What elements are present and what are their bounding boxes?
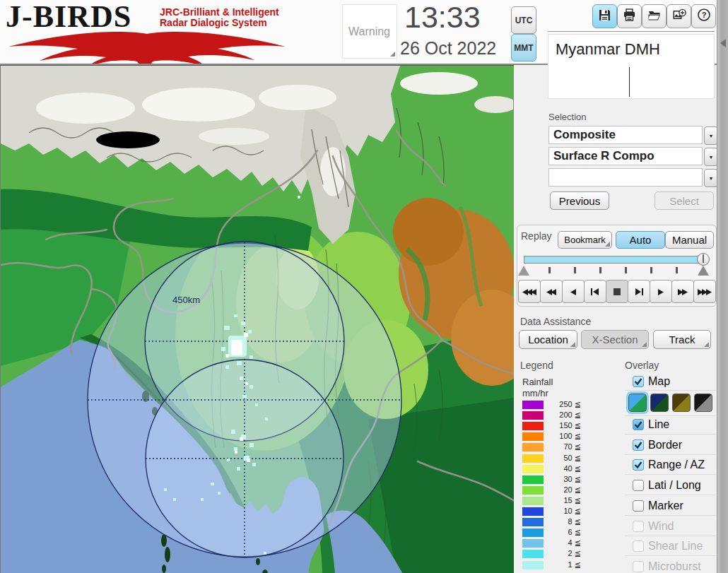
add-image-button[interactable] [667, 4, 691, 28]
bookmark-button[interactable]: Bookmark [558, 231, 612, 249]
question-icon: ? [697, 8, 711, 25]
app-title: J-BIRDS [6, 0, 131, 34]
map-style-black-gray[interactable] [694, 394, 712, 412]
fast-forward-button[interactable] [671, 280, 694, 303]
fast-forward-icon [678, 285, 688, 298]
replay-manual-button[interactable]: Manual [665, 231, 714, 249]
corner-menu-icon [642, 342, 647, 347]
legend-value: 20 ≦ [539, 485, 581, 495]
legend-value: 30 ≦ [539, 475, 581, 484]
collapse-arrow-icon [720, 39, 726, 47]
dropdown-product[interactable]: Surface R Compo [548, 147, 703, 165]
select-button[interactable]: Select [654, 191, 714, 210]
clock-date: 26 Oct 2022 [400, 38, 520, 59]
range-ring-label: 450km [172, 295, 200, 305]
check-icon [633, 377, 643, 386]
legend-value: 250 ≦ [539, 400, 581, 409]
slider-tick [676, 267, 678, 273]
checkbox-wind [633, 521, 644, 532]
slider-tick [548, 267, 551, 273]
checkbox-map[interactable] [633, 376, 644, 387]
fastest-rewind-button[interactable] [518, 280, 541, 303]
checkbox-marker[interactable] [633, 500, 644, 512]
legend-value: 6 ≦ [539, 528, 581, 537]
play-button[interactable] [650, 280, 672, 303]
reverse-play-button[interactable] [562, 280, 585, 303]
chevron-down-icon: ▼ [709, 176, 714, 181]
slider-end-marker[interactable] [698, 266, 709, 276]
slider-start-marker[interactable] [518, 266, 529, 276]
location-button[interactable]: Location [519, 330, 577, 349]
selection-label: Selection [548, 112, 586, 122]
map-style-brown-olive[interactable] [672, 394, 691, 412]
help-button[interactable]: ? [691, 4, 716, 28]
site-display-box: Myanmar DMH [548, 34, 715, 99]
overlay-item-label: Range / AZ [648, 459, 705, 471]
overlay-row-microburst: Microburst [625, 560, 717, 573]
dropdown-option-arrow-button[interactable]: ▼ [704, 169, 718, 187]
timezone-mmt-button[interactable]: MMT [511, 34, 536, 61]
dropdown-category[interactable]: Composite [548, 126, 703, 144]
radar-map[interactable]: 450km [0, 65, 514, 573]
play-icon [658, 285, 664, 298]
stop-icon [613, 285, 621, 298]
step-forward-button[interactable] [628, 280, 650, 303]
overlay-row-border: Border [625, 439, 717, 454]
replay-slider-track[interactable] [524, 256, 706, 264]
legend-value: 15 ≦ [539, 496, 581, 505]
timezone-utc-button[interactable]: UTC [511, 6, 536, 34]
legend-title: Rainfall [522, 377, 553, 387]
eagle-logo-icon [6, 30, 288, 64]
dropdown-option[interactable] [548, 168, 703, 187]
warning-button[interactable]: Warning [342, 4, 397, 59]
slider-tick [625, 267, 627, 273]
panel-divider [548, 31, 715, 32]
corner-menu-icon [704, 342, 709, 347]
slider-tick [650, 267, 652, 273]
replay-slider-handle[interactable] [697, 253, 710, 266]
x-section-button[interactable]: X-Section [581, 330, 649, 349]
overlay-label: Overlay [625, 360, 659, 371]
overlay-item-label: Line [648, 418, 669, 431]
overlay-row-line: Line [625, 418, 717, 434]
folder-icon [647, 8, 662, 25]
replay-auto-button[interactable]: Auto [616, 231, 665, 249]
step-back-button[interactable] [584, 280, 606, 303]
map-style-navy-green[interactable] [650, 394, 669, 412]
checkbox-lati-long[interactable] [633, 480, 644, 491]
print-button[interactable] [617, 4, 642, 28]
fastest-forward-icon [698, 285, 712, 298]
app-subtitle: JRC-Brilliant & Intelligent Radar Dialog… [160, 7, 315, 28]
checkbox-border[interactable] [633, 439, 644, 451]
legend-value: 150 ≦ [539, 421, 581, 430]
save-button[interactable] [592, 4, 617, 28]
stop-button[interactable] [606, 280, 628, 303]
checkbox-line[interactable] [633, 419, 644, 430]
dropdown-product-arrow-button[interactable]: ▼ [704, 148, 718, 166]
overlay-item-label: Border [648, 439, 682, 451]
legend-value: 50 ≦ [539, 454, 581, 463]
topographic-map: 450km [1, 66, 515, 573]
fastest-forward-button[interactable] [693, 280, 716, 303]
separator [625, 536, 716, 536]
panel-collapse-strip[interactable] [717, 0, 728, 573]
open-button[interactable] [642, 4, 667, 28]
overlay-item-label: Marker [648, 500, 683, 512]
checkbox-shear-line [633, 540, 644, 552]
previous-button[interactable]: Previous [550, 191, 609, 210]
dropdown-category-arrow-button[interactable]: ▼ [704, 126, 718, 145]
legend-value: 70 ≦ [539, 442, 581, 451]
map-style-blue-green[interactable] [628, 394, 647, 412]
checkbox-microburst [633, 561, 644, 572]
overlay-item-label: Wind [648, 520, 674, 533]
clock-time: 13:33 [404, 0, 510, 35]
legend-value: 4 ≦ [539, 538, 581, 548]
track-button[interactable]: Track [653, 330, 711, 349]
overlay-row-shear-line: Shear Line [625, 540, 717, 555]
display-cursor [629, 67, 630, 97]
fast-rewind-button[interactable] [540, 280, 563, 303]
chevron-down-icon: ▼ [709, 134, 714, 138]
fastest-rewind-icon [522, 285, 537, 298]
legend-value: 40 ≦ [539, 464, 581, 473]
checkbox-range-az[interactable] [633, 459, 644, 471]
